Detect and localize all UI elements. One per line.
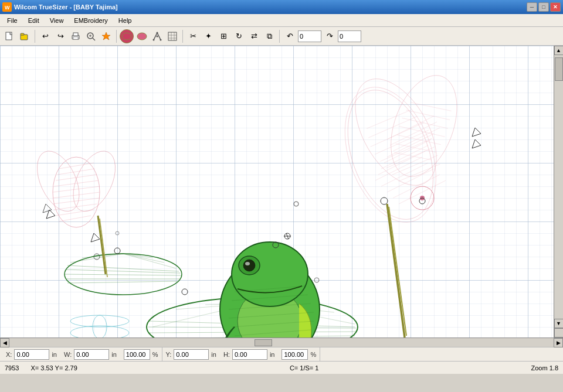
coordinates-display: X= 3.53 Y= 2.79: [30, 364, 77, 371]
group-button[interactable]: ⧉: [262, 29, 276, 43]
svg-text:W: W: [5, 5, 10, 11]
svg-marker-12: [102, 32, 110, 40]
svg-rect-6: [73, 37, 78, 39]
canvas-area[interactable]: ▲ ▼: [0, 46, 563, 338]
svg-point-17: [160, 39, 162, 40]
y-unit: in: [211, 351, 216, 358]
select-button[interactable]: ✂: [186, 29, 200, 43]
toolbar-separator-4: [279, 30, 280, 43]
color-info: C= 1/S= 1: [290, 364, 319, 371]
h-label: H:: [223, 351, 230, 358]
scroll-thumb-v[interactable]: [555, 57, 563, 81]
minimize-button[interactable]: ─: [527, 2, 537, 12]
svg-point-119: [245, 262, 250, 265]
titlebar-title: Wilcom TrueSizer - [BABY Tajima]: [14, 4, 118, 11]
toolbar-separator-3: [182, 30, 183, 43]
scroll-left-button[interactable]: ◀: [0, 338, 9, 347]
zoom-button[interactable]: [84, 29, 98, 43]
convert-button[interactable]: [99, 29, 113, 43]
scroll-up-button[interactable]: ▲: [554, 46, 564, 55]
h-value[interactable]: 0.00: [232, 349, 267, 360]
menu-view[interactable]: View: [45, 16, 69, 25]
menu-help[interactable]: Help: [114, 16, 137, 25]
restore-button[interactable]: □: [538, 2, 549, 12]
h-unit: in: [270, 351, 275, 358]
w-label: W:: [64, 351, 72, 358]
y-label: Y:: [166, 351, 172, 358]
transform-button[interactable]: ⊞: [216, 29, 230, 43]
w-value[interactable]: 0.00: [74, 349, 109, 360]
oval-fill-button[interactable]: [120, 29, 134, 43]
undo2-button[interactable]: ↶: [283, 29, 297, 43]
zoom-level: Zoom 1.8: [531, 364, 558, 371]
scroll-down-button[interactable]: ▼: [554, 319, 564, 328]
x-field: X: 0.00 in W: 0.00 in 100.00 %: [2, 347, 162, 361]
app-icon: W: [2, 2, 12, 12]
print-button[interactable]: [69, 29, 83, 43]
pct2-unit: %: [310, 351, 316, 358]
scroll-right-button[interactable]: ▶: [554, 338, 563, 347]
w-unit: in: [111, 351, 117, 358]
toolbar-separator-2: [116, 30, 117, 43]
scroll-thumb-h[interactable]: [255, 339, 272, 346]
menu-file[interactable]: File: [2, 16, 22, 25]
horizontal-scrollbar[interactable]: ◀ ▶: [0, 338, 563, 347]
scroll-track-h: [9, 339, 554, 347]
undo-button[interactable]: ↩: [38, 29, 52, 43]
mirror-button[interactable]: ⇄: [247, 29, 261, 43]
svg-point-13: [122, 33, 131, 40]
statusbar: X: 0.00 in W: 0.00 in 100.00 % Y: 0.00 i…: [0, 347, 563, 361]
menu-embroidery[interactable]: EMBroidery: [69, 16, 112, 25]
svg-point-116: [232, 242, 308, 306]
svg-line-9: [93, 38, 95, 40]
polygon-button[interactable]: [150, 29, 164, 43]
svg-rect-19: [168, 32, 177, 40]
stitch-count: 7953: [5, 364, 19, 371]
svg-point-15: [153, 39, 155, 40]
resize-grip: [554, 328, 564, 338]
open-button[interactable]: [18, 29, 32, 43]
toolbar-separator-1: [35, 30, 35, 43]
svg-rect-4: [21, 33, 24, 35]
titlebar-buttons: ─ □ ✕: [527, 2, 561, 12]
coord-x-input[interactable]: 0: [298, 30, 321, 42]
menu-edit[interactable]: Edit: [23, 16, 44, 25]
svg-rect-7: [73, 33, 78, 36]
svg-point-14: [137, 33, 147, 40]
toolbar: ↩ ↪: [0, 27, 563, 46]
redo-button[interactable]: ↪: [53, 29, 67, 43]
menubar: File Edit View EMBroidery Help: [0, 14, 563, 27]
something-button[interactable]: ↷: [323, 29, 337, 43]
grid-background: [0, 46, 563, 338]
x-label: X:: [6, 351, 12, 358]
close-button[interactable]: ✕: [550, 2, 561, 12]
svg-point-16: [157, 32, 158, 33]
pct1-value[interactable]: 100.00: [124, 349, 150, 360]
x-unit: in: [52, 351, 57, 358]
new-button[interactable]: [2, 29, 16, 43]
pct1-unit: %: [152, 351, 158, 358]
pct2-value[interactable]: 100.00: [282, 349, 308, 360]
x-value[interactable]: 0.00: [14, 349, 49, 360]
grid-button[interactable]: [165, 29, 179, 43]
node-button[interactable]: ✦: [201, 29, 215, 43]
coord-y-input[interactable]: 0: [338, 30, 361, 42]
vertical-scrollbar[interactable]: ▲ ▼: [554, 46, 563, 338]
titlebar: W Wilcom TrueSizer - [BABY Tajima] ─ □ ✕: [0, 0, 563, 14]
svg-point-118: [243, 260, 255, 271]
y-value[interactable]: 0.00: [174, 349, 209, 360]
oval-outline-button[interactable]: [135, 29, 149, 43]
bottom-status-strip: 7953 X= 3.53 Y= 2.79 C= 1/S= 1 Zoom 1.8: [0, 361, 563, 374]
titlebar-left: W Wilcom TrueSizer - [BABY Tajima]: [2, 2, 118, 12]
rotate-button[interactable]: ↻: [232, 29, 246, 43]
svg-point-18: [157, 35, 158, 37]
y-field: Y: 0.00 in H: 0.00 in 100.00 %: [162, 347, 321, 361]
